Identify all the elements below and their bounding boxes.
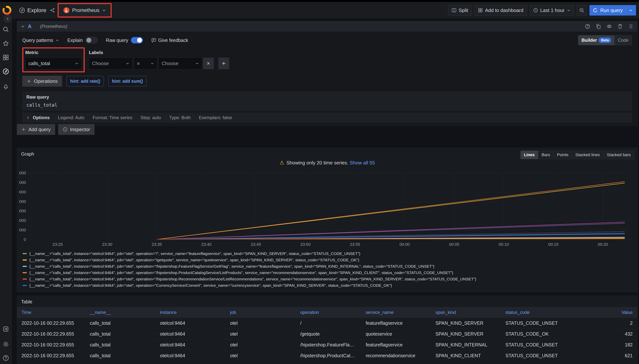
table-cell: 2022-10-16 00:22:29.655 (17, 361, 85, 364)
column-header-servicename[interactable]: service_name (361, 307, 431, 318)
explain-toggle-wrap: Explain (67, 37, 98, 44)
metric-labels-row: Metric calls_total Labels Choose (22, 47, 632, 72)
graph-panel-title: Graph (21, 151, 34, 157)
label-value-placeholder: Choose (162, 60, 178, 66)
column-header-instance[interactable]: instance (156, 307, 226, 318)
legend-item[interactable]: {__name__="calls_total", instance="otelc… (23, 263, 634, 270)
builder-mode-tab[interactable]: Builder Beta (578, 35, 614, 45)
table-cell: STATUS_CODE_OK (501, 329, 571, 339)
label-operator-select[interactable]: = (134, 58, 157, 70)
metric-select[interactable]: calls_total (25, 58, 82, 70)
raw-query-toggle[interactable] (131, 37, 143, 44)
table-cell: SPAN_KIND_CLIENT (431, 350, 501, 361)
show-all-series-link[interactable]: Show all 55 (350, 160, 375, 166)
datasource-name: Prometheus (72, 8, 100, 13)
query-editor-card: A (Prometheus) (17, 21, 638, 126)
label-value-select[interactable]: Choose (158, 58, 202, 70)
column-header-name[interactable]: __name__ (85, 307, 156, 318)
add-to-dashboard-button[interactable]: Add to dashboard (474, 5, 527, 16)
svg-text:00:00: 00:00 (400, 242, 410, 247)
add-operation-button[interactable]: Operations (22, 76, 62, 86)
give-feedback-link[interactable]: Give feedback (151, 38, 188, 43)
query-row-header[interactable]: A (Prometheus) (17, 21, 637, 32)
legend-item[interactable]: {__name__="calls_total", instance="otelc… (23, 250, 634, 257)
options-expand[interactable]: Options (26, 115, 50, 120)
query-option-item: Format: Time series (92, 115, 132, 120)
column-header-value[interactable]: Value (571, 307, 637, 318)
alerting-bell-icon[interactable] (2, 83, 9, 90)
give-feedback-label: Give feedback (158, 38, 188, 43)
left-sidebar (0, 19, 12, 364)
graph-mode-bars[interactable]: Bars (538, 151, 554, 159)
hint-add-rate-button[interactable]: hint: add rate() (66, 76, 104, 86)
label-key-select[interactable]: Choose (89, 58, 133, 70)
run-query-button[interactable]: Run query (590, 5, 636, 16)
graph-mode-points[interactable]: Points (554, 151, 572, 159)
table-cell: 2022-10-16 00:22:29.655 (17, 340, 85, 350)
table-cell: calls_total (85, 329, 156, 339)
column-header-statuscode[interactable]: status_code (501, 307, 571, 318)
legend-item[interactable]: {__name__="calls_total", instance="otelc… (23, 270, 634, 276)
collapse-chevron-icon[interactable] (21, 24, 25, 28)
chevron-down-icon (55, 38, 59, 42)
time-range-picker[interactable]: Last 1 hour (530, 5, 574, 16)
sidebar-expand-button[interactable]: › (4, 14, 12, 22)
add-query-button[interactable]: Add query (17, 124, 55, 135)
explain-toggle[interactable] (85, 37, 98, 44)
raw-query-label: Raw query (26, 94, 628, 100)
table-cell: /hipstershop.Recommendation… (296, 361, 361, 364)
inspector-button[interactable]: Inspector (58, 124, 95, 135)
dashboard-grid-icon (478, 8, 483, 13)
settings-gear-icon[interactable] (2, 341, 9, 347)
table-cell: otel (226, 350, 296, 361)
chevron-down-icon[interactable] (629, 8, 633, 12)
datasource-picker[interactable]: Prometheus (60, 5, 110, 16)
table-cell: otelcol:9464 (156, 329, 226, 339)
explain-label: Explain (67, 38, 83, 43)
column-header-job[interactable]: job (226, 307, 296, 318)
table-cell: 2 (571, 318, 637, 328)
graph-mode-stacked-bars[interactable]: Stacked bars (604, 151, 634, 159)
split-button[interactable]: Split (448, 5, 472, 16)
remove-label-filter-button[interactable] (203, 58, 214, 69)
table-cell: STATUS_CODE_UNSET (501, 340, 571, 350)
legend-item[interactable]: {__name__="calls_total", instance="otelc… (23, 282, 634, 288)
starred-icon[interactable] (2, 40, 9, 46)
column-header-operation[interactable]: operation (296, 307, 361, 318)
query-row-actions (585, 24, 634, 29)
chevron-down-icon (126, 62, 130, 65)
dashboards-icon[interactable] (2, 54, 9, 60)
query-footer-actions: Add query Inspector (17, 124, 94, 135)
code-mode-tab[interactable]: Code (614, 35, 632, 45)
legend-item[interactable]: {__name__="calls_total", instance="otelc… (23, 276, 634, 282)
hint-add-sum-button[interactable]: hint: add sum() (108, 76, 146, 86)
query-help-icon[interactable] (585, 24, 590, 29)
svg-text:23:50: 23:50 (300, 242, 310, 247)
query-patterns-dropdown[interactable]: Query patterns (22, 38, 59, 43)
grafana-logo-icon[interactable] (2, 6, 12, 15)
chevron-down-icon (567, 8, 570, 12)
column-header-spankind[interactable]: span_kind (431, 307, 501, 318)
column-header-time[interactable]: Time (17, 307, 85, 318)
graph-canvas[interactable]: 0200040006000800010000120001400023:2523:… (19, 170, 636, 250)
graph-mode-lines[interactable]: Lines (520, 151, 538, 159)
drag-handle-icon[interactable] (628, 24, 634, 29)
legend-item[interactable]: {__name__="calls_total", instance="otelc… (23, 257, 634, 263)
duplicate-query-icon[interactable] (596, 24, 601, 29)
svg-text:4000: 4000 (19, 218, 26, 223)
zoom-out-time-button[interactable] (577, 5, 587, 16)
share-icon[interactable] (50, 8, 55, 13)
svg-text:0: 0 (24, 237, 26, 242)
remove-query-trash-icon[interactable] (618, 24, 623, 29)
sign-in-icon[interactable] (2, 326, 9, 332)
table-cell: / (296, 318, 361, 328)
hide-response-eye-icon[interactable] (607, 24, 612, 29)
explore-icon[interactable] (2, 68, 9, 75)
table-cell: /getquote (296, 329, 361, 339)
warning-text: Showing only 20 time series. (286, 160, 348, 166)
graph-mode-stacked-lines[interactable]: Stacked lines (572, 151, 604, 159)
add-label-filter-button[interactable] (218, 58, 229, 69)
help-icon[interactable] (2, 355, 9, 361)
table-cell: 432 (571, 329, 637, 339)
search-icon[interactable] (2, 26, 9, 32)
